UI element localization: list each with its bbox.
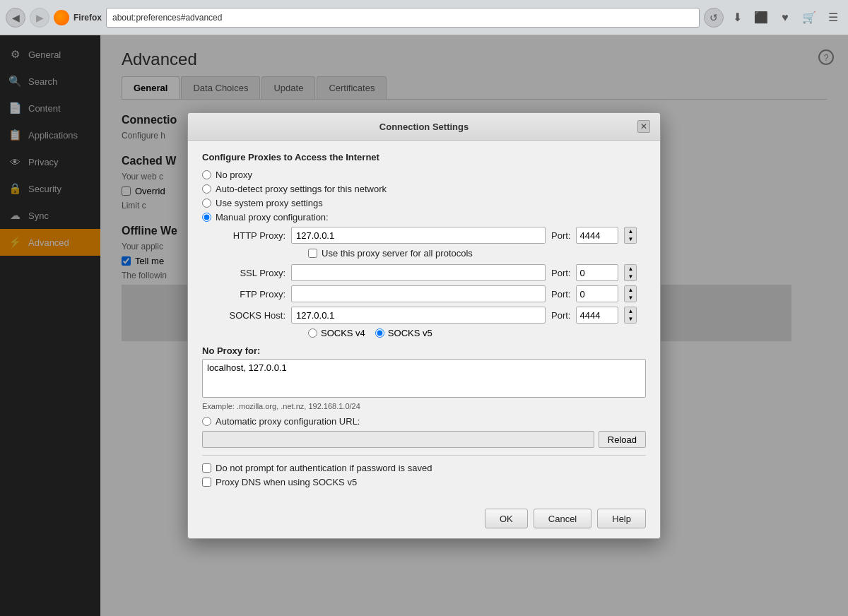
auto-detect-radio[interactable] <box>202 184 211 194</box>
auth-checkbox-label: Do not prompt for authentication if pass… <box>216 463 432 473</box>
socks-port-spinner[interactable]: ▲ ▼ <box>624 307 637 324</box>
example-text: Example: .mozilla.org, .net.nz, 192.168.… <box>202 402 646 410</box>
socks-port-input[interactable] <box>576 307 618 324</box>
http-proxy-label: HTTP Proxy: <box>223 230 285 241</box>
socks-host-label: SOCKS Host: <box>223 310 285 321</box>
ssl-proxy-label: SSL Proxy: <box>223 268 285 278</box>
auto-proxy-url-input[interactable] <box>202 431 594 448</box>
auto-proxy-url-label: Automatic proxy configuration URL: <box>216 416 360 427</box>
bottom-checkboxes: Do not prompt for authentication if pass… <box>202 463 646 487</box>
no-proxy-row: No proxy <box>202 170 646 180</box>
browser-chrome: ◀ ▶ Firefox about:preferences#advanced ↺… <box>0 0 848 35</box>
ok-button[interactable]: OK <box>485 509 528 528</box>
reload-button[interactable]: Reload <box>599 431 646 448</box>
socks-port-up[interactable]: ▲ <box>625 307 636 315</box>
dialog-overlay: Connection Settings ✕ Configure Proxies … <box>0 35 848 616</box>
manual-proxy-radio[interactable] <box>202 213 211 222</box>
auto-proxy-input-row: Reload <box>202 431 646 448</box>
socks-v4-radio[interactable] <box>308 328 317 338</box>
ssl-proxy-input[interactable] <box>291 264 546 281</box>
no-proxy-section: No Proxy for: localhost, 127.0.0.1 Examp… <box>202 345 646 410</box>
reload-button[interactable]: ↺ <box>704 8 724 28</box>
dialog-header: Connection Settings ✕ <box>188 113 660 141</box>
socks-port-label: Port: <box>551 310 570 321</box>
socks-v5-option: SOCKS v5 <box>375 328 432 338</box>
connection-settings-dialog: Connection Settings ✕ Configure Proxies … <box>187 112 661 539</box>
dns-checkbox[interactable] <box>202 478 211 487</box>
ssl-port-up[interactable]: ▲ <box>625 265 636 273</box>
http-port-down[interactable]: ▼ <box>625 235 636 243</box>
ftp-port-down[interactable]: ▼ <box>625 294 636 302</box>
ssl-proxy-row: SSL Proxy: Port: ▲ ▼ <box>223 264 646 281</box>
auth-checkbox[interactable] <box>202 463 211 473</box>
back-button[interactable]: ◀ <box>6 8 25 28</box>
auto-detect-row: Auto-detect proxy settings for this netw… <box>202 184 646 194</box>
menu-icon[interactable]: ☰ <box>824 8 842 27</box>
dns-checkbox-label: Proxy DNS when using SOCKS v5 <box>216 477 357 487</box>
dialog-close-button[interactable]: ✕ <box>637 120 650 133</box>
ftp-port-up[interactable]: ▲ <box>625 286 636 294</box>
socks-v4-label: SOCKS v4 <box>321 328 365 338</box>
use-proxy-label: Use this proxy server for all protocols <box>322 248 473 259</box>
help-button[interactable]: Help <box>597 509 646 528</box>
firefox-logo <box>54 10 69 25</box>
auto-detect-label: Auto-detect proxy settings for this netw… <box>216 184 387 194</box>
ftp-proxy-row: FTP Proxy: Port: ▲ ▼ <box>223 285 646 302</box>
system-proxy-radio[interactable] <box>202 199 211 208</box>
http-port-up[interactable]: ▲ <box>625 227 636 235</box>
ssl-port-down[interactable]: ▼ <box>625 273 636 280</box>
proxy-section-title: Configure Proxies to Access the Internet <box>202 152 646 162</box>
ftp-port-label: Port: <box>551 289 570 300</box>
dialog-title: Connection Settings <box>211 122 637 132</box>
pocket-icon[interactable]: ♥ <box>776 8 794 27</box>
auth-checkbox-row: Do not prompt for authentication if pass… <box>202 463 646 473</box>
shopping-icon[interactable]: 🛒 <box>800 8 818 27</box>
http-proxy-input[interactable]: 127.0.0.1 <box>291 227 546 244</box>
use-proxy-row: Use this proxy server for all protocols <box>308 248 646 259</box>
browser-name: Firefox <box>73 13 102 23</box>
socks-v5-label: SOCKS v5 <box>388 328 432 338</box>
use-proxy-checkbox[interactable] <box>308 249 317 258</box>
manual-proxy-label: Manual proxy configuration: <box>216 212 329 223</box>
ftp-port-input[interactable] <box>576 285 618 302</box>
manual-proxy-row: Manual proxy configuration: <box>202 212 646 223</box>
ftp-proxy-label: FTP Proxy: <box>223 289 285 300</box>
toolbar-icons: ⬇ ⬛ ♥ 🛒 ☰ <box>728 8 842 27</box>
ssl-port-spinner[interactable]: ▲ ▼ <box>624 264 637 281</box>
ssl-port-input[interactable] <box>576 264 618 281</box>
no-proxy-for-label: No Proxy for: <box>202 345 646 356</box>
socks-host-input[interactable] <box>291 307 546 324</box>
dialog-footer: OK Cancel Help <box>188 502 660 538</box>
address-bar[interactable]: about:preferences#advanced <box>106 8 700 28</box>
socks-version-row: SOCKS v4 SOCKS v5 <box>308 328 646 338</box>
socks-v5-radio[interactable] <box>375 328 384 338</box>
http-proxy-row: HTTP Proxy: 127.0.0.1 Port: ▲ ▼ <box>223 227 646 244</box>
no-proxy-label-text: No proxy <box>216 170 252 180</box>
auto-proxy-row: Automatic proxy configuration URL: <box>202 416 646 427</box>
forward-button[interactable]: ▶ <box>30 8 49 28</box>
ftp-port-spinner[interactable]: ▲ ▼ <box>624 285 637 302</box>
download-icon[interactable]: ⬇ <box>728 8 746 27</box>
socks-port-down[interactable]: ▼ <box>625 315 636 323</box>
http-port-label: Port: <box>551 230 570 241</box>
socks-host-row: SOCKS Host: Port: ▲ ▼ <box>223 307 646 324</box>
ssl-port-label: Port: <box>551 268 570 278</box>
dialog-body: Configure Proxies to Access the Internet… <box>188 141 660 502</box>
dns-checkbox-row: Proxy DNS when using SOCKS v5 <box>202 477 646 487</box>
auto-proxy-url-radio[interactable] <box>202 417 211 426</box>
window-icon[interactable]: ⬛ <box>752 8 770 27</box>
no-proxy-textarea[interactable]: localhost, 127.0.0.1 <box>202 359 646 398</box>
no-proxy-radio[interactable] <box>202 170 211 179</box>
cancel-button[interactable]: Cancel <box>534 509 591 528</box>
system-proxy-row: Use system proxy settings <box>202 198 646 208</box>
manual-proxy-fields: HTTP Proxy: 127.0.0.1 Port: ▲ ▼ Use this… <box>223 227 646 338</box>
system-proxy-label: Use system proxy settings <box>216 198 323 208</box>
socks-v4-option: SOCKS v4 <box>308 328 365 338</box>
dialog-divider <box>202 455 646 456</box>
http-port-spinner[interactable]: ▲ ▼ <box>624 227 637 244</box>
ftp-proxy-input[interactable] <box>291 285 546 302</box>
http-port-input[interactable] <box>576 227 618 244</box>
